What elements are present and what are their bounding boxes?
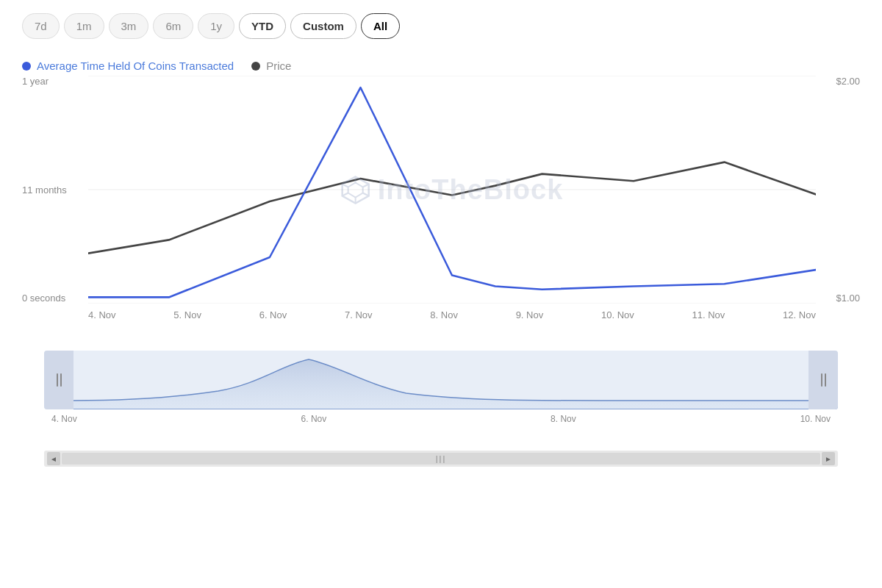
btn-6m[interactable]: 6m	[153, 13, 193, 39]
scroll-left-btn[interactable]: ◄	[47, 452, 60, 465]
y-label-bottom: 0 seconds	[22, 293, 88, 304]
y-axis-left: 1 year 11 months 0 seconds	[22, 76, 88, 304]
handle-bar-4	[825, 373, 826, 387]
chart-svg	[88, 76, 816, 304]
x-label-8nov: 8. Nov	[430, 309, 458, 320]
legend-dot-price	[251, 62, 260, 71]
btn-3m[interactable]: 3m	[109, 13, 149, 39]
y-label-mid: 11 months	[22, 184, 88, 196]
x-label-7nov: 7. Nov	[345, 309, 373, 320]
y-axis-right: $2.00 $1.00	[816, 76, 860, 304]
legend-label-price: Price	[266, 60, 291, 72]
x-axis: 4. Nov 5. Nov 6. Nov 7. Nov 8. Nov 9. No…	[88, 304, 816, 340]
scroll-track[interactable]: |||	[62, 453, 820, 465]
handle-bar-2	[60, 373, 62, 387]
range-selector[interactable]	[44, 351, 838, 409]
scroll-right-btn[interactable]: ►	[822, 452, 835, 465]
mini-area-path	[72, 359, 838, 409]
range-selector-wrapper: 4. Nov 6. Nov 8. Nov 10. Nov ◄ ||| ►	[22, 351, 860, 467]
main-chart-area: 1 year 11 months 0 seconds $2.00 $1.00 I…	[22, 76, 860, 340]
scroll-thumb: |||	[436, 454, 447, 463]
y-label-top: 1 year	[22, 76, 88, 87]
btn-ytd[interactable]: YTD	[239, 13, 286, 39]
avg-time-held-line	[88, 87, 816, 297]
btn-custom[interactable]: Custom	[290, 13, 356, 39]
btn-7d[interactable]: 7d	[22, 13, 60, 39]
y-right-top: $2.00	[836, 76, 860, 87]
left-handle-bars	[57, 373, 62, 387]
price-line	[88, 162, 816, 254]
handle-bar-1	[57, 373, 58, 387]
x-label-9nov: 9. Nov	[516, 309, 544, 320]
legend-item-blue: Average Time Held Of Coins Transacted	[22, 60, 234, 72]
btn-1y[interactable]: 1y	[198, 13, 234, 39]
btn-1m[interactable]: 1m	[64, 13, 104, 39]
x-label-5nov: 5. Nov	[173, 309, 201, 320]
right-handle-bars	[821, 373, 826, 387]
mini-x-8nov: 8. Nov	[551, 414, 576, 424]
legend-dot-blue	[22, 62, 31, 71]
mini-x-10nov: 10. Nov	[800, 414, 831, 424]
btn-all[interactable]: All	[361, 13, 400, 39]
x-label-11nov: 11. Nov	[692, 309, 725, 320]
time-period-bar: 7d 1m 3m 6m 1y YTD Custom All	[0, 0, 882, 52]
x-label-6nov: 6. Nov	[259, 309, 287, 320]
scrollbar[interactable]: ◄ ||| ►	[44, 451, 838, 467]
chart-svg-wrapper: IntoTheBlock	[88, 76, 816, 304]
mini-chart-svg	[44, 351, 838, 409]
y-right-bottom: $1.00	[836, 293, 860, 304]
chart-legend: Average Time Held Of Coins Transacted Pr…	[0, 52, 882, 76]
range-handle-right[interactable]	[808, 351, 838, 409]
mini-x-6nov: 6. Nov	[301, 414, 327, 424]
x-label-10nov: 10. Nov	[601, 309, 634, 320]
x-label-4nov: 4. Nov	[88, 309, 116, 320]
mini-x-4nov: 4. Nov	[51, 414, 77, 424]
x-label-12nov: 12. Nov	[783, 309, 816, 320]
legend-item-price: Price	[251, 60, 291, 72]
range-handle-left[interactable]	[44, 351, 74, 409]
mini-x-axis: 4. Nov 6. Nov 8. Nov 10. Nov	[22, 409, 860, 424]
legend-label-blue: Average Time Held Of Coins Transacted	[37, 60, 234, 72]
handle-bar-3	[821, 373, 822, 387]
